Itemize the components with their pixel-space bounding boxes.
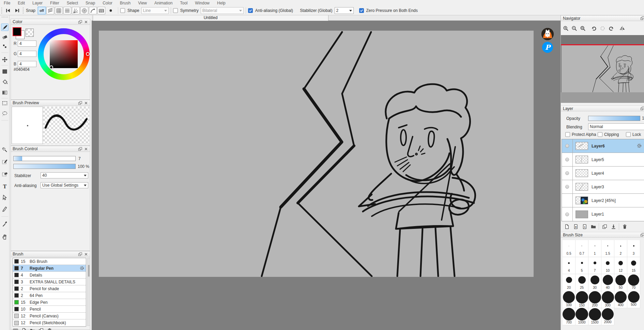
brush-size-slider[interactable]	[13, 156, 76, 161]
next-frame-button[interactable]	[13, 7, 21, 14]
menu-item-window[interactable]: Window	[191, 0, 213, 6]
brush-size-cell[interactable]: 70	[627, 274, 640, 291]
menu-item-edit[interactable]: Edit	[14, 0, 29, 6]
brush-size-cell[interactable]: 100	[563, 291, 576, 308]
brush-size-cell[interactable]: 12	[614, 257, 627, 274]
float-panel-icon[interactable]	[640, 16, 644, 21]
foreground-color-swatch[interactable]	[13, 27, 21, 36]
layer-row[interactable]: Layer6	[562, 139, 644, 153]
snap-concentric-button[interactable]	[80, 7, 88, 14]
gear-icon[interactable]	[637, 143, 642, 148]
menu-item-select[interactable]: Select	[63, 0, 82, 6]
zoom-in-button[interactable]	[562, 24, 570, 33]
eraser-tool[interactable]	[1, 33, 9, 41]
menu-item-tool[interactable]: Tool	[176, 0, 191, 6]
brush-opacity-slider[interactable]	[13, 164, 76, 169]
brush-tool[interactable]	[1, 23, 9, 31]
layer-visibility-cell[interactable]	[562, 153, 573, 166]
channel-b-input[interactable]: 4	[18, 61, 36, 67]
menu-item-filter[interactable]: Filter	[46, 0, 63, 6]
bucket-tool[interactable]	[1, 78, 9, 86]
brush-size-cell[interactable]: 0.5	[563, 240, 576, 257]
menu-item-layer[interactable]: Layer	[29, 0, 46, 6]
menu-item-brush[interactable]: Brush	[116, 0, 134, 6]
layer-row[interactable]: Layer1	[562, 207, 644, 221]
close-panel-icon[interactable]	[83, 252, 88, 256]
lasso-tool[interactable]	[1, 110, 9, 117]
brush-list-item[interactable]: 7Regular Pen	[13, 265, 86, 272]
dot-tool[interactable]	[1, 43, 9, 50]
tool-strip-grip[interactable]	[1, 16, 8, 18]
antialiasing-checkbox[interactable]	[248, 8, 253, 13]
brush-list-item[interactable]: 15BG Brush	[13, 258, 86, 265]
menu-item-view[interactable]: View	[134, 0, 151, 6]
stabilizer-global-select[interactable]: 2	[335, 7, 354, 14]
new-layer-button[interactable]	[562, 222, 571, 231]
layer-opacity-slider[interactable]	[588, 116, 640, 121]
symmetry-checkbox[interactable]	[173, 8, 178, 13]
snap-curve-button[interactable]	[89, 7, 97, 14]
brush-size-cell[interactable]: 400	[614, 291, 627, 308]
brush-size-cell[interactable]: 40	[601, 274, 614, 291]
brush-size-cell[interactable]: 1000	[576, 308, 588, 325]
new-8bit-layer-button[interactable]: 8	[571, 222, 580, 231]
rotate-left-button[interactable]	[590, 24, 598, 33]
menu-item-help[interactable]: Help	[213, 0, 229, 6]
brush-size-cell[interactable]: 2000	[601, 308, 614, 325]
layer-row[interactable]: Layer4	[562, 167, 644, 180]
clipping-checkbox[interactable]	[598, 132, 602, 137]
snap-grid-button[interactable]	[55, 7, 63, 14]
text-tool[interactable]: T	[1, 183, 9, 190]
symmetry-select[interactable]: Bilateral	[201, 7, 244, 14]
layer-row[interactable]: Layer3	[562, 180, 644, 194]
merge-down-button[interactable]	[609, 222, 618, 231]
snap-perspective-button[interactable]	[97, 7, 105, 14]
navigator-thumbnail[interactable]	[561, 35, 644, 103]
rotate-reset-button[interactable]	[598, 24, 607, 33]
brush-list-item[interactable]: 2Pencil for shade	[13, 285, 86, 292]
brush-size-cell[interactable]: 2	[614, 240, 627, 257]
operation-tool[interactable]	[1, 194, 9, 201]
sv-marker[interactable]	[49, 65, 53, 69]
zoom-out-button[interactable]	[570, 24, 579, 33]
new-folder-button[interactable]	[589, 222, 598, 231]
brush-size-cell[interactable]: 300	[601, 291, 614, 308]
blending-select[interactable]: Normal	[588, 123, 644, 130]
layer-visibility-cell[interactable]	[562, 180, 573, 193]
brush-size-cell[interactable]: 1.5	[601, 240, 614, 257]
brush-footer-new-layer-button[interactable]	[21, 328, 27, 330]
brush-size-cell[interactable]: 30	[588, 274, 601, 291]
brush-footer-new-folder-button[interactable]	[30, 328, 35, 330]
eyedropper-tool[interactable]	[1, 220, 9, 227]
brush-size-cell[interactable]: 4	[563, 257, 576, 274]
brush-size-cell[interactable]: 700	[563, 308, 576, 325]
snap-radial-button[interactable]	[72, 7, 80, 14]
hand-tool[interactable]	[1, 233, 9, 240]
brush-size-cell[interactable]: 200	[588, 291, 601, 308]
brush-size-cell[interactable]: 500	[627, 291, 640, 308]
snap-parallel-button[interactable]	[46, 7, 54, 14]
shape-checkbox[interactable]	[120, 8, 125, 13]
scrollbar-thumb[interactable]	[88, 265, 90, 277]
brush-list-item[interactable]: 12Pencil (Sketchbook)	[13, 319, 86, 326]
toolbar-grip[interactable]	[1, 7, 3, 14]
delete-layer-button[interactable]	[620, 222, 629, 231]
brush-list-item[interactable]: 10Pencil	[13, 306, 86, 313]
brush-list-scrollbar[interactable]	[87, 258, 90, 326]
snap-dot-icon[interactable]	[108, 7, 114, 14]
brush-list-item[interactable]: 15Edge Pen	[13, 299, 86, 306]
brush-size-cell[interactable]: 1	[588, 240, 601, 257]
document-canvas[interactable]	[99, 31, 534, 277]
close-panel-icon[interactable]	[83, 100, 88, 105]
zero-pressure-checkbox[interactable]	[359, 8, 364, 13]
brush-list-item[interactable]: 12Pencil (Canvas)	[13, 313, 86, 319]
protect-alpha-checkbox[interactable]	[565, 132, 570, 137]
antialiasing-select[interactable]: Use Global Settings	[41, 182, 88, 188]
visibility-dot-icon[interactable]	[565, 185, 569, 189]
close-panel-icon[interactable]	[83, 146, 88, 151]
close-panel-icon[interactable]	[83, 19, 88, 24]
visibility-dot-icon[interactable]	[565, 158, 569, 161]
brush-size-cell[interactable]: 15	[627, 257, 640, 274]
brush-size-cell[interactable]: 50	[614, 274, 627, 291]
select-pen-tool[interactable]	[1, 158, 9, 166]
